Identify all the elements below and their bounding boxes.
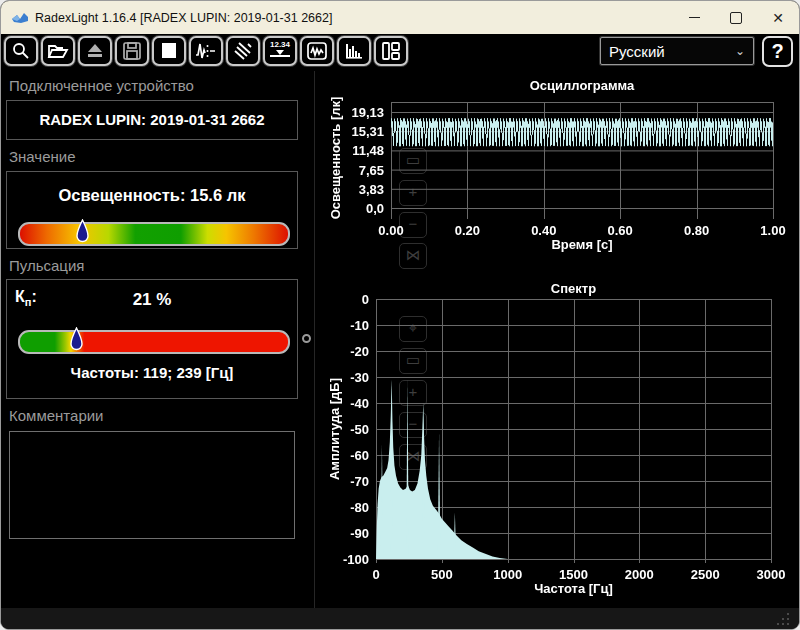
app-window: RadexLight 1.16.4 [RADEX LUPIN: 2019-01-… [0,0,800,630]
pulsation-gauge [18,330,290,354]
window-controls: ✕ [673,1,799,34]
stop-measure-button[interactable] [152,36,186,66]
close-icon: ✕ [772,11,784,25]
language-value: Русский [609,43,665,60]
kp-value: 21 % [7,290,297,310]
toolbar: 12.34 Русский ⌄ ? [1,34,799,68]
gauge-marker-icon [76,219,89,245]
pulse-measure-button[interactable] [189,36,223,66]
oscillogram-icon [305,40,329,62]
spectrum-title: Спектр [376,281,771,296]
floppy-icon [120,40,144,62]
numeric-display-button[interactable]: 12.34 [263,36,297,66]
app-icon [11,10,29,26]
flicker-measure-button[interactable] [226,36,260,66]
panel-splitter[interactable] [314,71,315,608]
open-file-button[interactable] [41,36,75,66]
device-value: RADEX LUPIN: 2019-01-31 2662 [7,101,297,139]
help-label: ? [771,40,783,63]
maximize-button[interactable] [715,1,757,34]
tick-label: 1000 [493,567,522,582]
spectrum-ylabel: Амплитуда [дБ] [327,378,342,480]
illuminance-reading: Освещенность: 15.6 лк [7,186,297,205]
help-button[interactable]: ? [762,36,793,67]
oscillogram-title: Осциллограмма [391,78,773,93]
gauge-marker-icon [70,327,83,353]
illuminance-gauge [18,222,290,246]
numeric-icon-baseline [270,55,290,57]
title-bar: RadexLight 1.16.4 [RADEX LUPIN: 2019-01-… [1,1,799,34]
tick-label: -80 [350,500,369,515]
tick-label: 7,65 [359,162,384,177]
stop-icon [157,40,181,62]
tick-label: 0,0 [366,201,384,216]
device-box: RADEX LUPIN: 2019-01-31 2662 [6,100,298,140]
oscillogram-chart: Осциллограмма Освещенность [лк] Время [с… [321,76,799,266]
eject-device-button[interactable] [78,36,112,66]
numeric-icon-text: 12.34 [265,40,295,49]
numeric-icon-arrow [276,50,284,55]
spectrum-plot [321,266,799,606]
pulsation-section-label: Пульсация [9,257,84,274]
save-file-button[interactable] [115,36,149,66]
layout-view-button[interactable] [374,36,408,66]
pulse-waveform-icon [194,40,218,62]
tick-label: 0 [372,567,379,582]
layout-panels-icon [379,40,403,62]
tick-label: 1500 [559,567,588,582]
comments-section-label: Комментарии [9,407,103,424]
tick-label: 3000 [757,567,786,582]
tick-label: -10 [350,318,369,333]
pulsation-frequencies: Частоты: 119; 239 [Гц] [7,364,297,381]
tick-label: 3,83 [359,181,384,196]
tick-label: 0.00 [378,223,403,238]
window-title: RadexLight 1.16.4 [RADEX LUPIN: 2019-01-… [35,11,332,25]
tick-label: 2000 [625,567,654,582]
chevron-down-icon: ⌄ [735,44,745,58]
status-bar [1,608,799,629]
open-folder-icon [46,40,70,62]
minimize-icon [689,17,700,18]
close-button[interactable]: ✕ [757,1,799,34]
zoom-window-button[interactable] [4,36,38,66]
tick-label: 0.60 [608,223,633,238]
tick-label: 1.00 [760,223,785,238]
tick-label: 500 [431,567,453,582]
value-box: Освещенность: 15.6 лк [6,171,298,249]
histogram-icon [342,40,366,62]
tick-label: -90 [350,526,369,541]
resize-grip-icon[interactable] [777,613,789,625]
oscillogram-view-button[interactable] [300,36,334,66]
flicker-rays-icon [231,40,255,62]
pulsation-box: Кп: 21 % Частоты: 119; 239 [Гц] [6,279,298,399]
eject-icon [83,40,107,62]
spectrum-view-button[interactable] [337,36,371,66]
maximize-icon [730,12,742,24]
magnifier-icon [9,40,33,62]
device-section-label: Подключенное устройство [9,77,194,94]
tick-label: 19,13 [351,105,384,120]
tick-label: -20 [350,344,369,359]
tick-label: -40 [350,396,369,411]
minimize-button[interactable] [673,1,715,34]
comments-textarea[interactable] [9,431,295,539]
tick-label: 11,48 [352,143,384,158]
oscillogram-ylabel: Освещенность [лк] [328,97,343,220]
tick-label: 2500 [691,567,720,582]
language-select[interactable]: Русский ⌄ [600,37,754,65]
tick-label: -100 [343,552,369,567]
splitter-grip[interactable] [302,334,311,343]
tick-label: 0.40 [531,223,556,238]
tick-label: -60 [350,448,369,463]
oscillogram-xlabel: Время [с] [391,237,773,252]
tick-label: 0.80 [684,223,709,238]
value-section-label: Значение [9,148,76,165]
tick-label: 0 [362,292,369,307]
spectrum-xlabel: Частота [Гц] [376,581,771,596]
tick-label: -70 [350,474,369,489]
tick-label: -30 [350,370,369,385]
tick-label: -50 [350,422,369,437]
tick-label: 15,31 [351,124,384,139]
tick-label: 0.20 [455,223,480,238]
spectrum-chart: Спектр Амплитуда [дБ] Частота [Гц] 0-10-… [321,266,799,606]
